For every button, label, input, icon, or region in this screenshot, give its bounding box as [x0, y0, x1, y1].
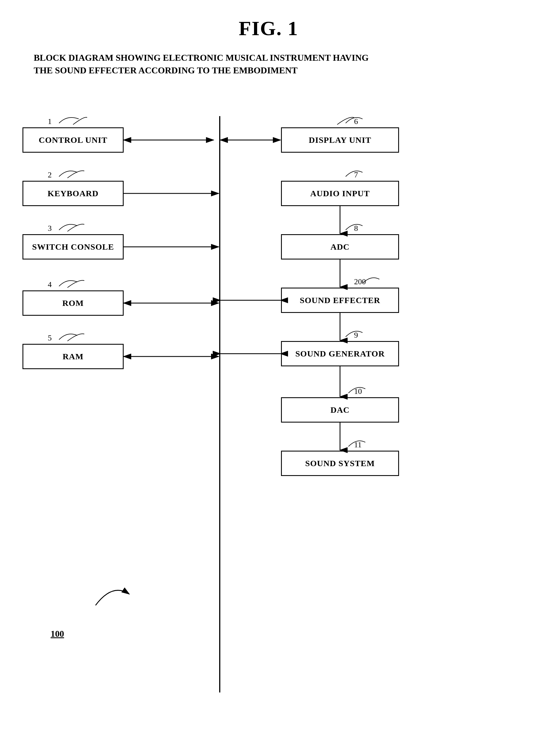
- ram-box: RAM: [22, 344, 124, 369]
- subtitle: BLOCK DIAGRAM SHOWING ELECTRONIC MUSICAL…: [0, 52, 537, 77]
- control-unit-box: CONTROL UNIT: [22, 127, 124, 153]
- adc-box: ADC: [281, 234, 399, 259]
- svg-text:8: 8: [354, 224, 358, 233]
- diagram-container: CONTROL UNIT KEYBOARD SWITCH CONSOLE ROM…: [0, 99, 537, 718]
- svg-text:1: 1: [48, 117, 52, 126]
- display-unit-box: DISPLAY UNIT: [281, 127, 399, 153]
- svg-text:200: 200: [354, 277, 366, 286]
- sound-effecter-box: SOUND EFFECTER: [281, 288, 399, 313]
- sound-system-box: SOUND SYSTEM: [281, 451, 399, 476]
- system-ref-label: 100: [51, 629, 64, 639]
- svg-text:3: 3: [48, 224, 52, 233]
- page-title: FIG. 1: [0, 0, 537, 52]
- svg-text:2: 2: [48, 170, 52, 179]
- svg-text:7: 7: [354, 170, 358, 179]
- rom-box: ROM: [22, 290, 124, 316]
- svg-text:4: 4: [48, 280, 52, 289]
- keyboard-box: KEYBOARD: [22, 181, 124, 206]
- svg-text:6: 6: [354, 117, 358, 126]
- bus-line: [219, 116, 220, 692]
- svg-text:10: 10: [354, 387, 362, 396]
- audio-input-box: AUDIO INPUT: [281, 181, 399, 206]
- svg-text:9: 9: [354, 331, 358, 339]
- switch-console-box: SWITCH CONSOLE: [22, 234, 124, 259]
- svg-text:11: 11: [354, 440, 362, 449]
- svg-text:5: 5: [48, 334, 52, 342]
- dac-box: DAC: [281, 397, 399, 422]
- sound-generator-box: SOUND GENERATOR: [281, 341, 399, 366]
